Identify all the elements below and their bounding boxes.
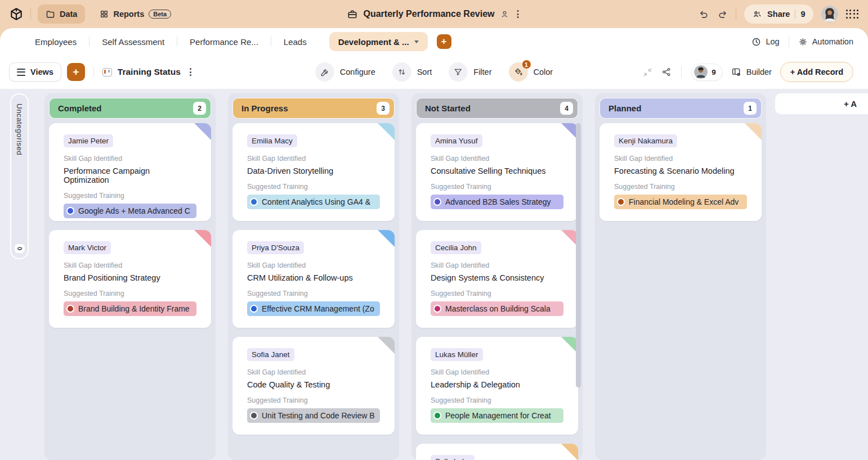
apps-grid-icon[interactable]: [846, 10, 860, 19]
nav-reports-button[interactable]: Reports Beta: [92, 4, 179, 24]
skill-gap-value: Data-Driven Storytelling: [247, 166, 380, 175]
field-label-skill-gap: Skill Gap Identified: [64, 155, 196, 163]
uncategorized-count-badge: 0: [15, 244, 25, 253]
training-chip-label: Unit Testing and Code Review B: [262, 411, 375, 420]
column-scrollbar-thumb[interactable]: [576, 123, 581, 387]
record-name-chip: Kenji Nakamura: [614, 134, 677, 147]
field-label-training: Suggested Training: [614, 183, 747, 191]
view-bar: Views + Training Status Configure Sort: [0, 55, 868, 89]
tabrow-divider: [789, 36, 789, 47]
collapse-icon[interactable]: [642, 67, 653, 78]
view-menu-kebab-icon[interactable]: [187, 66, 194, 78]
filter-button[interactable]: Filter: [449, 62, 491, 82]
topbar-divider: [30, 8, 31, 20]
color-button[interactable]: 1 Color: [509, 62, 553, 82]
sort-button[interactable]: Sort: [392, 62, 432, 82]
tab-leads[interactable]: Leads: [271, 37, 319, 47]
kanban-card[interactable]: Kenji NakamuraSkill Gap IdentifiedForeca…: [599, 123, 762, 221]
collaborator-pill[interactable]: 9: [691, 64, 723, 81]
clock-icon: [751, 37, 761, 47]
kanban-card[interactable]: Jamie PeterSkill Gap IdentifiedPerforman…: [49, 123, 211, 221]
training-chip: Content Analytics Using GA4 &: [247, 195, 380, 209]
chip-dot-icon: [433, 198, 441, 206]
automation-button[interactable]: Automation: [798, 37, 853, 47]
viewbar-divider: [93, 66, 94, 78]
column-cards: Jamie PeterSkill Gap IdentifiedPerforman…: [49, 123, 211, 328]
workspace-menu-kebab-icon[interactable]: [515, 8, 521, 20]
kanban-view-icon: [102, 68, 112, 76]
nav-data-label: Data: [60, 10, 77, 19]
skill-gap-value: Performance Campaign Optimization: [64, 166, 196, 184]
skill-gap-value: Design Systems & Consistency: [431, 273, 563, 282]
user-avatar[interactable]: [821, 6, 838, 22]
viewbar-right-divider: [681, 66, 682, 78]
configure-button[interactable]: Configure: [315, 62, 375, 82]
paint-bucket-icon: [514, 67, 523, 76]
kanban-card[interactable]: Priya D'SouzaSkill Gap IdentifiedCRM Uti…: [232, 230, 395, 328]
tab-performance-re[interactable]: Performance Re...: [177, 37, 271, 47]
kanban-card[interactable]: Sofia JanetSkill Gap IdentifiedCode Qual…: [232, 337, 395, 435]
tab-development-active[interactable]: Development & ...: [329, 32, 428, 51]
color-label: Color: [534, 67, 553, 76]
views-button[interactable]: Views: [9, 62, 61, 82]
skill-gap-value: Leadership & Delegation: [431, 380, 563, 389]
training-chip-label: Effective CRM Management (Zo: [262, 304, 374, 313]
field-label-skill-gap: Skill Gap Identified: [247, 368, 380, 376]
add-view-button[interactable]: +: [67, 63, 85, 81]
skill-gap-value: Brand Positioning Strategy: [64, 273, 196, 282]
add-record-button[interactable]: + Add Record: [780, 62, 853, 82]
column-header[interactable]: Planned1: [599, 98, 762, 119]
kanban-column-planned: Planned1Kenji NakamuraSkill Gap Identifi…: [595, 93, 766, 460]
kanban-card[interactable]: Cecilia JohnSkill Gap IdentifiedDesign S…: [416, 230, 578, 328]
column-header[interactable]: In Progress3: [232, 98, 395, 119]
views-label: Views: [30, 67, 53, 76]
column-header[interactable]: Completed2: [49, 98, 211, 119]
field-label-training: Suggested Training: [64, 192, 196, 200]
log-label: Log: [766, 37, 779, 46]
record-name-chip: Cecilia John: [431, 241, 481, 254]
share-button[interactable]: Share 9: [744, 4, 813, 24]
beta-badge: Beta: [149, 10, 171, 19]
card-corner-fold-icon: [378, 337, 395, 354]
color-badge: 1: [522, 60, 531, 69]
column-header[interactable]: Not Started4: [416, 98, 578, 119]
tab-employees[interactable]: Employees: [23, 37, 89, 47]
kanban-card[interactable]: Emilia MacySkill Gap IdentifiedData-Driv…: [232, 123, 395, 221]
training-chip: Google Ads + Meta Advanced C: [64, 204, 196, 218]
field-label-training: Suggested Training: [247, 290, 380, 297]
reports-grid-icon: [100, 10, 109, 19]
log-button[interactable]: Log: [751, 37, 779, 47]
member-icon[interactable]: [500, 10, 509, 19]
builder-button[interactable]: Builder: [731, 67, 772, 77]
tab-self-assessment[interactable]: Self Assessment: [90, 37, 177, 47]
training-chip-label: Masterclass on Building Scala: [445, 304, 551, 313]
undo-icon[interactable]: [699, 9, 709, 20]
field-label-skill-gap: Skill Gap Identified: [614, 155, 747, 163]
share-label: Share: [767, 10, 790, 19]
kanban-card[interactable]: Sally LukeSkill Gap IdentifiedSuggested …: [416, 444, 578, 460]
chip-dot-icon: [66, 305, 74, 313]
nav-data-button[interactable]: Data: [38, 4, 85, 24]
chip-dot-icon: [66, 207, 74, 215]
kanban-card[interactable]: Lukas MüllerSkill Gap IdentifiedLeadersh…: [416, 337, 578, 435]
kanban-card[interactable]: Mark VictorSkill Gap IdentifiedBrand Pos…: [49, 230, 211, 328]
table-tabs: EmployeesSelf AssessmentPerformance Re..…: [23, 37, 319, 47]
sort-label: Sort: [417, 67, 432, 76]
app-logo-icon[interactable]: [9, 7, 24, 21]
training-chip-label: People Management for Creat: [445, 411, 551, 420]
redo-icon[interactable]: [717, 9, 728, 20]
training-chip: Financial Modeling & Excel Adv: [614, 195, 747, 209]
add-table-button[interactable]: +: [437, 34, 451, 49]
chip-dot-icon: [250, 305, 258, 313]
folder-icon: [46, 10, 55, 19]
record-name-chip: Emilia Macy: [247, 134, 297, 147]
sort-arrows-icon: [397, 67, 406, 76]
wrench-icon: [320, 67, 329, 77]
configure-label: Configure: [340, 67, 375, 76]
uncategorized-column[interactable]: Uncategorised 0: [10, 93, 29, 259]
kanban-card[interactable]: Amina YusufSkill Gap IdentifiedConsultat…: [416, 123, 578, 221]
field-label-training: Suggested Training: [431, 183, 563, 191]
field-label-training: Suggested Training: [64, 290, 196, 297]
add-stack-button[interactable]: + A: [775, 93, 868, 114]
share-nodes-icon[interactable]: [661, 67, 672, 77]
